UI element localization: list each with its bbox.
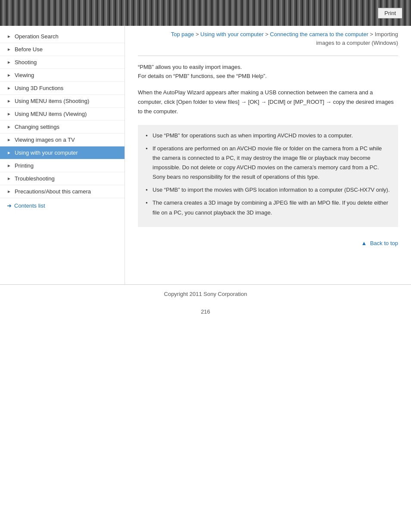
- sidebar-item-menu-viewing[interactable]: ► Using MENU items (Viewing): [0, 108, 125, 121]
- page-number: 216: [0, 303, 411, 320]
- notes-list: Use “PMB” for operations such as when im…: [146, 131, 390, 218]
- back-to-top-row: ▲ Back to top: [138, 236, 398, 249]
- contents-list-link[interactable]: ➜ Contents list: [0, 198, 125, 213]
- sidebar-item-label: Using 3D Functions: [15, 85, 63, 91]
- chevron-right-icon: ►: [7, 47, 11, 52]
- chevron-right-icon: ►: [7, 163, 11, 168]
- chevron-right-icon: ►: [7, 176, 11, 181]
- chevron-right-icon: ►: [7, 124, 11, 129]
- sidebar-item-label: Changing settings: [15, 124, 59, 130]
- back-to-top-label: Back to top: [370, 240, 398, 246]
- main-paragraph: When the AutoPlay Wizard appears after m…: [138, 88, 398, 116]
- triangle-up-icon: ▲: [361, 240, 367, 246]
- chevron-right-icon: ►: [7, 60, 11, 65]
- breadcrumb: Top page > Using with your computer > Co…: [138, 30, 398, 47]
- sidebar-item-label: Using with your computer: [15, 149, 78, 156]
- sidebar-item-using-computer[interactable]: ► Using with your computer: [0, 146, 125, 159]
- print-button[interactable]: Print: [378, 8, 402, 19]
- sidebar-item-using-3d[interactable]: ► Using 3D Functions: [0, 82, 125, 95]
- arrow-right-icon: ➜: [7, 202, 12, 209]
- breadcrumb-separator-1: >: [196, 31, 200, 37]
- sidebar-item-label: Precautions/About this camera: [15, 188, 91, 195]
- intro-line-1: “PMB” allows you to easily import images…: [138, 63, 398, 72]
- back-to-top-link[interactable]: ▲ Back to top: [361, 240, 398, 246]
- sidebar-item-label: Before Use: [15, 46, 43, 53]
- chevron-right-icon: ►: [7, 73, 11, 78]
- breadcrumb-separator-2: >: [265, 31, 270, 37]
- sidebar-item-label: Printing: [15, 162, 34, 169]
- note-item: If operations are performed on an AVCHD …: [146, 144, 390, 182]
- breadcrumb-using-computer[interactable]: Using with your computer: [200, 31, 264, 37]
- sidebar-item-label: Troubleshooting: [15, 175, 55, 182]
- sidebar-item-viewing[interactable]: ► Viewing: [0, 69, 125, 82]
- intro-text: “PMB” allows you to easily import images…: [138, 63, 398, 81]
- note-item: The camera creates a 3D image by combini…: [146, 198, 390, 217]
- copyright-text: Copyright 2011 Sony Corporation: [164, 291, 247, 297]
- sidebar-item-label: Viewing: [15, 72, 34, 78]
- sidebar-item-troubleshooting[interactable]: ► Troubleshooting: [0, 172, 125, 185]
- breadcrumb-connecting-camera[interactable]: Connecting the camera to the computer: [270, 31, 368, 37]
- notes-box: Use “PMB” for operations such as when im…: [138, 125, 398, 227]
- sidebar-item-label: Using MENU items (Shooting): [15, 98, 89, 104]
- main-layout: ► Operation Search ► Before Use ► Shooti…: [0, 26, 411, 284]
- sidebar-item-before-use[interactable]: ► Before Use: [0, 43, 125, 56]
- sidebar-item-printing[interactable]: ► Printing: [0, 159, 125, 172]
- chevron-right-icon: ►: [7, 189, 11, 194]
- sidebar-item-label: Operation Search: [15, 33, 59, 40]
- sidebar: ► Operation Search ► Before Use ► Shooti…: [0, 26, 125, 284]
- chevron-right-icon: ►: [7, 34, 11, 39]
- content-area: Top page > Using with your computer > Co…: [125, 26, 411, 284]
- sidebar-item-changing-settings[interactable]: ► Changing settings: [0, 121, 125, 134]
- chevron-right-icon: ►: [7, 99, 11, 103]
- contents-list-label: Contents list: [14, 202, 45, 209]
- breadcrumb-top-page[interactable]: Top page: [171, 31, 194, 37]
- footer: Copyright 2011 Sony Corporation: [0, 284, 411, 303]
- intro-line-2: For details on “PMB” functions, see the …: [138, 72, 398, 81]
- chevron-right-icon: ►: [7, 112, 11, 116]
- sidebar-item-label: Viewing images on a TV: [15, 137, 75, 143]
- note-item: Use “PMB” to import the movies with GPS …: [146, 185, 390, 195]
- chevron-right-icon: ►: [7, 137, 11, 142]
- note-item: Use “PMB” for operations such as when im…: [146, 131, 390, 140]
- sidebar-item-label: Using MENU items (Viewing): [15, 111, 87, 117]
- sidebar-item-label: Shooting: [15, 59, 37, 65]
- chevron-right-icon: ►: [7, 150, 11, 155]
- sidebar-item-menu-shooting[interactable]: ► Using MENU items (Shooting): [0, 95, 125, 108]
- sidebar-item-viewing-tv[interactable]: ► Viewing images on a TV: [0, 134, 125, 146]
- section-divider: [138, 56, 398, 56]
- chevron-right-icon: ►: [7, 86, 11, 90]
- header-bar: Print: [0, 0, 411, 26]
- sidebar-item-precautions[interactable]: ► Precautions/About this camera: [0, 185, 125, 198]
- sidebar-item-operation-search[interactable]: ► Operation Search: [0, 30, 125, 43]
- sidebar-item-shooting[interactable]: ► Shooting: [0, 56, 125, 69]
